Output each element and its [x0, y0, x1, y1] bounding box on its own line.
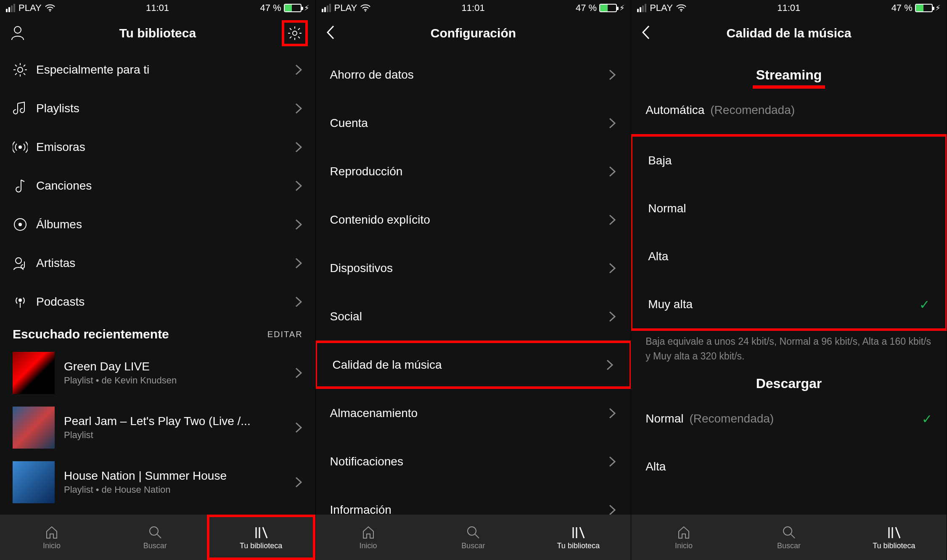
quality-hint: (Recomendada)	[710, 103, 795, 117]
check-icon: ✓	[922, 412, 932, 426]
menu-label: Emisoras	[36, 140, 294, 154]
album-art	[13, 407, 55, 449]
quality-label: Alta	[648, 250, 668, 263]
download-option-high[interactable]: Alta	[631, 443, 947, 491]
menu-label: Álbumes	[36, 218, 294, 231]
tab-label: Inicio	[675, 542, 693, 550]
library-icon	[571, 525, 586, 540]
menu-item-stations[interactable]: Emisoras	[0, 128, 315, 166]
setting-item-devices[interactable]: Dispositivos	[316, 244, 631, 292]
tab-library[interactable]: Tu biblioteca	[526, 515, 631, 560]
download-option-normal[interactable]: Normal (Recomendada) ✓	[631, 395, 947, 443]
menu-item-playlists[interactable]: Playlists	[0, 89, 315, 128]
quality-label: Muy alta	[648, 298, 693, 311]
setting-item-music-quality[interactable]: Calidad de la música	[316, 341, 631, 389]
search-icon	[781, 525, 796, 540]
search-icon	[148, 525, 163, 540]
setting-item-data-saver[interactable]: Ahorro de datos	[316, 50, 631, 99]
svg-point-11	[468, 527, 476, 535]
recent-item[interactable]: Pearl Jam – Let's Play Two (Live /... Pl…	[0, 400, 315, 455]
tab-home[interactable]: Inicio	[0, 515, 103, 560]
library-list: Especialmente para ti Playlists Emisoras…	[0, 50, 315, 515]
chevron-right-icon	[608, 407, 616, 420]
clock-label: 11:01	[146, 3, 169, 13]
streaming-options-group: Baja Normal Alta Muy alta ✓	[631, 134, 947, 331]
recent-item[interactable]: House Nation | Summer House Playlist • d…	[0, 455, 315, 510]
search-icon	[466, 525, 481, 540]
setting-item-info[interactable]: Información	[316, 486, 631, 515]
tab-search[interactable]: Buscar	[736, 515, 841, 560]
tab-home[interactable]: Inicio	[316, 515, 421, 560]
setting-item-notifications[interactable]: Notificaciones	[316, 437, 631, 486]
menu-item-for-you[interactable]: Especialmente para ti	[0, 50, 315, 89]
recent-item-title: Green Day LIVE	[64, 360, 285, 373]
download-section-title: Descargar	[631, 372, 947, 395]
recent-item-sub: Playlist	[64, 430, 285, 441]
chevron-right-icon	[608, 455, 616, 468]
tab-label: Inicio	[43, 542, 61, 550]
chevron-left-icon	[325, 24, 336, 40]
recent-section-header: Escuchado recientemente EDITAR	[0, 321, 315, 346]
setting-label: Cuenta	[330, 116, 608, 130]
setting-item-storage[interactable]: Almacenamiento	[316, 389, 631, 437]
quality-info-text: Baja equivale a unos 24 kbit/s, Normal a…	[631, 331, 947, 372]
svg-point-0	[49, 11, 50, 12]
svg-point-8	[19, 299, 21, 301]
chevron-right-icon	[294, 257, 303, 269]
back-button[interactable]	[325, 24, 336, 42]
quality-option-high[interactable]: Alta	[632, 232, 945, 280]
charging-icon: ⚡︎	[619, 3, 625, 13]
tab-search[interactable]: Buscar	[421, 515, 526, 560]
quality-option-very-high[interactable]: Muy alta ✓	[632, 280, 945, 328]
tab-label: Buscar	[777, 542, 801, 550]
radio-icon	[13, 140, 28, 155]
quality-label: Baja	[648, 154, 672, 167]
menu-item-podcasts[interactable]: Podcasts	[0, 283, 315, 321]
signal-icon	[637, 4, 646, 12]
setting-label: Reproducción	[330, 165, 608, 178]
tab-library[interactable]: Tu biblioteca	[841, 515, 947, 560]
streaming-section-title: Streaming	[631, 50, 947, 86]
menu-item-artists[interactable]: Artistas	[0, 244, 315, 283]
quality-label: Alta	[645, 460, 666, 473]
quality-label: Normal	[648, 202, 686, 215]
tab-bar: Inicio Buscar Tu biblioteca	[631, 515, 947, 560]
tab-label: Tu biblioteca	[873, 542, 915, 550]
chevron-left-icon	[640, 24, 651, 40]
page-title: Configuración	[431, 26, 516, 40]
tab-search[interactable]: Buscar	[103, 515, 207, 560]
setting-item-explicit[interactable]: Contenido explícito	[316, 195, 631, 244]
recent-item[interactable]: Green Day LIVE Playlist • de Kevin Knuds…	[0, 346, 315, 400]
profile-button[interactable]	[9, 24, 26, 42]
setting-label: Social	[330, 310, 608, 323]
back-button[interactable]	[640, 24, 651, 42]
setting-item-account[interactable]: Cuenta	[316, 99, 631, 147]
svg-point-2	[293, 31, 297, 35]
battery-icon	[599, 4, 617, 12]
quality-option-auto[interactable]: Automática (Recomendada)	[631, 86, 947, 134]
profile-icon	[9, 24, 26, 41]
tab-bar: Inicio Buscar Tu biblioteca	[316, 515, 631, 560]
page-title: Calidad de la música	[727, 26, 852, 40]
tab-library[interactable]: Tu biblioteca	[207, 515, 315, 560]
setting-item-social[interactable]: Social	[316, 292, 631, 341]
tab-home[interactable]: Inicio	[631, 515, 736, 560]
quality-option-normal[interactable]: Normal	[632, 185, 945, 232]
chevron-right-icon	[608, 262, 616, 275]
clock-label: 11:01	[777, 3, 800, 13]
menu-label: Podcasts	[36, 295, 294, 309]
menu-item-albums[interactable]: Álbumes	[0, 205, 315, 244]
chevron-right-icon	[608, 165, 616, 178]
carrier-label: PLAY	[650, 3, 673, 13]
menu-item-songs[interactable]: Canciones	[0, 166, 315, 205]
edit-button[interactable]: EDITAR	[267, 330, 303, 339]
quality-option-low[interactable]: Baja	[632, 137, 945, 185]
note-icon	[13, 178, 28, 193]
setting-item-playback[interactable]: Reproducción	[316, 147, 631, 195]
settings-button[interactable]	[282, 20, 308, 46]
charging-icon: ⚡︎	[935, 3, 941, 13]
carrier-label: PLAY	[334, 3, 357, 13]
chevron-right-icon	[294, 476, 303, 489]
svg-point-7	[16, 258, 21, 264]
tab-label: Buscar	[461, 542, 485, 550]
